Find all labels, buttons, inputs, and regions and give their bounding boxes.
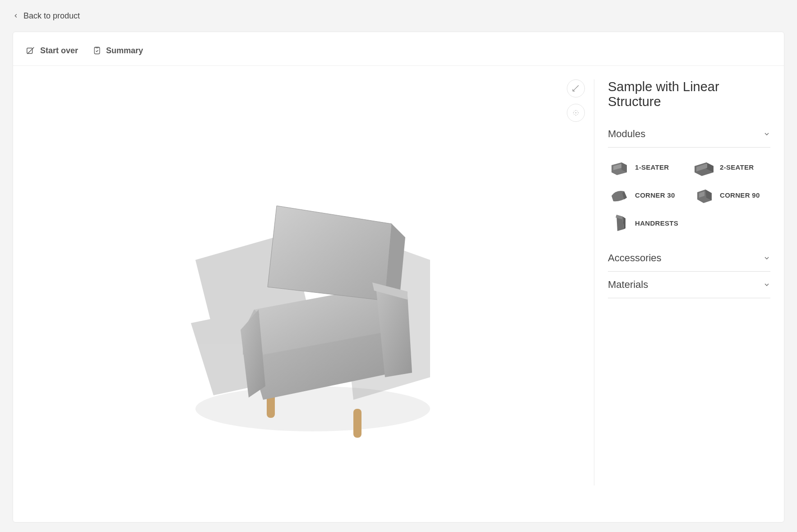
back-to-product-link[interactable]: Back to product [13,0,784,32]
svg-rect-0 [27,48,32,54]
chevron-left-icon [13,13,19,19]
summary-button[interactable]: Summary [93,46,143,56]
section-modules-header[interactable]: Modules [608,121,770,148]
module-1-seater-icon [608,156,630,178]
section-materials-header[interactable]: Materials [608,272,770,298]
measure-button[interactable] [567,79,585,97]
svg-point-9 [574,114,575,115]
module-corner-30-icon [608,184,630,206]
start-over-button[interactable]: Start over [26,46,78,56]
summary-label: Summary [106,46,143,56]
module-label: 2-SEATER [720,163,754,171]
module-1-seater[interactable]: 1-SEATER [608,156,686,178]
product-render [27,79,580,486]
section-materials-title: Materials [608,279,648,291]
svg-point-7 [574,111,575,112]
module-corner-90-icon [693,184,715,206]
svg-point-6 [575,115,576,116]
toolbar: Start over Summary [13,32,784,66]
back-link-label: Back to product [23,11,80,21]
start-over-label: Start over [40,46,78,56]
section-modules-body: 1-SEATER 2-SEATER CORNER 30 [608,148,770,245]
svg-point-5 [575,110,576,111]
module-label: 1-SEATER [635,163,669,171]
module-2-seater[interactable]: 2-SEATER [693,156,770,178]
module-handrests-icon [608,212,630,234]
module-label: CORNER 90 [720,191,760,199]
chevron-down-icon [763,281,770,288]
svg-point-8 [577,111,578,112]
module-corner-30[interactable]: CORNER 30 [608,184,686,206]
product-title: Sample with Linear Structure [608,79,770,109]
ar-dots-icon [572,109,580,117]
chevron-down-icon [763,254,770,262]
svg-point-2 [575,112,576,113]
module-2-seater-icon [693,156,715,178]
start-over-icon [26,46,36,56]
module-label: HANDRESTS [635,219,678,227]
module-label: CORNER 30 [635,191,675,199]
section-modules-title: Modules [608,128,645,140]
module-corner-90[interactable]: CORNER 90 [693,184,770,206]
viewer-3d[interactable] [13,66,594,499]
ar-view-button[interactable] [567,104,585,122]
configurator-card: Start over Summary [13,32,784,523]
config-sidebar: Sample with Linear Structure Modules 1-S… [594,66,784,499]
chevron-down-icon [763,130,770,138]
section-accessories-title: Accessories [608,252,662,264]
svg-point-10 [577,114,578,115]
svg-point-4 [578,112,579,113]
svg-point-11 [195,386,430,431]
ruler-icon [572,84,580,93]
summary-icon [93,46,102,56]
svg-rect-13 [353,409,361,438]
module-handrests[interactable]: HANDRESTS [608,212,686,234]
section-accessories-header[interactable]: Accessories [608,245,770,272]
svg-point-3 [573,112,574,113]
